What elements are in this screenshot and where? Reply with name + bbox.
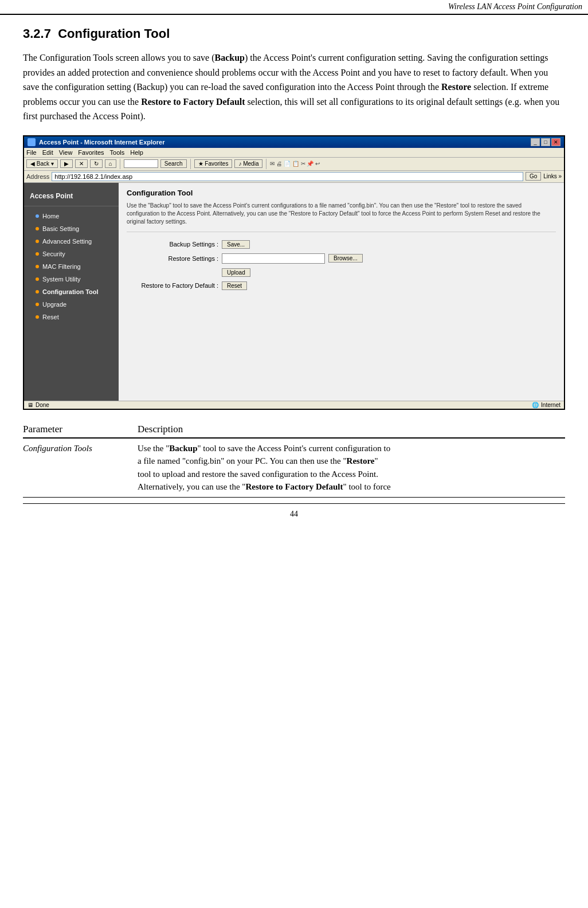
backup-settings-row: Backup Settings : Save...	[127, 240, 556, 249]
menu-favorites[interactable]: Favorites	[78, 149, 104, 156]
restore-label: Restore Settings :	[127, 255, 218, 262]
favorites-button[interactable]: ★ Favorites	[194, 159, 233, 168]
bold-restore: Restore	[441, 82, 471, 92]
refresh-button[interactable]: ↻	[90, 159, 103, 168]
sidebar-access-point-label: Access Point	[30, 192, 73, 200]
section-body: The Configuration Tools screen allows yo…	[23, 50, 565, 124]
window-buttons[interactable]: _ □ ✕	[531, 138, 560, 146]
bold-restore2: Restore	[347, 456, 375, 465]
sidebar-item-label: System Utility	[42, 276, 81, 283]
browser-sidebar: Access Point Home Basic Setting Advanced…	[24, 183, 119, 401]
menu-file[interactable]: File	[26, 149, 37, 156]
description-table: Parameter Description Configuration Tool…	[23, 421, 565, 498]
close-button[interactable]: ✕	[551, 138, 560, 146]
sidebar-item-system-utility[interactable]: System Utility	[24, 273, 119, 285]
sidebar-header: Access Point	[24, 189, 119, 206]
bullet-icon	[36, 290, 39, 293]
search-input[interactable]	[124, 159, 158, 168]
home-button[interactable]: ⌂	[105, 159, 116, 168]
statusbar-zone: Internet	[541, 402, 560, 408]
stop-button[interactable]: ✕	[75, 159, 88, 168]
desc-cell: Use the "Backup" tool to save the Access…	[138, 438, 565, 498]
sidebar-item-mac-filtering[interactable]: MAC Filtering	[24, 260, 119, 273]
upload-button[interactable]: Upload	[222, 268, 250, 277]
sidebar-item-security[interactable]: Security	[24, 248, 119, 260]
maximize-button[interactable]: □	[541, 138, 550, 146]
bold-factory2: Restore to Factory Default	[245, 482, 343, 491]
sidebar-item-label: Home	[42, 213, 59, 220]
main-panel: Configuration Tool Use the "Backup" tool…	[119, 183, 564, 401]
sidebar-item-advanced-setting[interactable]: Advanced Setting	[24, 235, 119, 248]
section-name: Configuration Tool	[58, 26, 170, 41]
sidebar-item-label: Upgrade	[42, 301, 66, 308]
statusbar-right: 🌐 Internet	[532, 402, 560, 408]
bullet-icon	[36, 277, 39, 281]
param-cell: Configuration Tools	[23, 438, 138, 498]
factory-default-row: Restore to Factory Default : Reset	[127, 281, 556, 290]
browser-window: Access Point - Microsoft Internet Explor…	[23, 135, 565, 410]
bullet-icon	[36, 240, 39, 243]
section-number: 3.2.7	[23, 26, 51, 41]
sidebar-item-label: Basic Setting	[42, 225, 79, 232]
ie-icon	[28, 138, 36, 146]
browser-content: Access Point Home Basic Setting Advanced…	[24, 183, 564, 401]
menu-tools[interactable]: Tools	[110, 149, 125, 156]
restore-file-input[interactable]	[222, 253, 325, 264]
media-button[interactable]: ♪ Media	[234, 159, 262, 168]
toolbar-separator3	[266, 159, 266, 169]
save-button[interactable]: Save...	[222, 240, 250, 249]
sidebar-item-upgrade[interactable]: Upgrade	[24, 298, 119, 311]
statusbar-icon: 🖥	[28, 402, 33, 408]
browser-titlebar: Access Point - Microsoft Internet Explor…	[24, 136, 564, 148]
sidebar-item-basic-setting[interactable]: Basic Setting	[24, 222, 119, 235]
sidebar-item-label: Advanced Setting	[42, 238, 92, 245]
menu-view[interactable]: View	[59, 149, 73, 156]
browser-title: Access Point - Microsoft Internet Explor…	[39, 139, 164, 146]
sidebar-item-label: Security	[42, 251, 65, 257]
menu-edit[interactable]: Edit	[42, 149, 53, 156]
col-header-parameter: Parameter	[23, 421, 138, 438]
sidebar-item-label: Configuration Tool	[42, 288, 99, 295]
reset-button[interactable]: Reset	[222, 281, 247, 290]
bullet-icon	[36, 227, 39, 230]
address-label: Address	[26, 173, 49, 180]
toolbar-icons: ✉ 🖨 📄 📋 ✂ 📌 ↩	[270, 161, 320, 167]
bold-backup: Backup	[215, 53, 245, 62]
go-button[interactable]: Go	[526, 172, 541, 181]
toolbar-separator2	[190, 159, 191, 169]
internet-icon: 🌐	[532, 402, 539, 408]
section-title: 3.2.7 Configuration Tool	[23, 26, 565, 41]
factory-label: Restore to Factory Default :	[127, 282, 218, 289]
restore-settings-row: Restore Settings : Browse...	[127, 253, 556, 264]
toolbar-separator	[120, 159, 120, 169]
panel-title: Configuration Tool	[127, 189, 556, 197]
page-number: 44	[23, 503, 565, 525]
backup-label: Backup Settings :	[127, 241, 218, 248]
minimize-button[interactable]: _	[531, 138, 540, 146]
browser-menubar: File Edit View Favorites Tools Help	[24, 148, 564, 158]
search-button[interactable]: Search	[160, 159, 187, 168]
col-header-description: Description	[138, 421, 565, 438]
table-row: Configuration Tools Use the "Backup" too…	[23, 438, 565, 498]
browser-statusbar: 🖥 Done 🌐 Internet	[24, 401, 564, 409]
panel-description: Use the "Backup" tool to save the Access…	[127, 202, 556, 232]
back-button[interactable]: ◀ Back ▾	[26, 159, 58, 168]
sidebar-item-home[interactable]: Home	[24, 210, 119, 222]
bold-backup2: Backup	[169, 444, 197, 453]
sidebar-item-label: Reset	[42, 314, 59, 320]
bullet-icon	[36, 315, 39, 319]
content-area: 3.2.7 Configuration Tool The Configurati…	[0, 15, 588, 536]
titlebar-left: Access Point - Microsoft Internet Explor…	[28, 138, 164, 146]
browser-address-bar: Address Go Links »	[24, 171, 564, 183]
sidebar-item-reset[interactable]: Reset	[24, 311, 119, 323]
forward-button[interactable]: ▶	[60, 159, 73, 168]
statusbar-status: Done	[36, 402, 49, 408]
bullet-icon	[36, 265, 39, 268]
menu-help[interactable]: Help	[130, 149, 143, 156]
browse-button[interactable]: Browse...	[328, 254, 363, 263]
bold-restore-factory: Restore to Factory Default	[141, 97, 245, 107]
sidebar-item-configuration-tool[interactable]: Configuration Tool	[24, 285, 119, 298]
header-title: Wireless LAN Access Point Configuration	[448, 2, 582, 11]
sidebar-item-label: MAC Filtering	[42, 263, 81, 270]
address-input[interactable]	[52, 172, 523, 181]
